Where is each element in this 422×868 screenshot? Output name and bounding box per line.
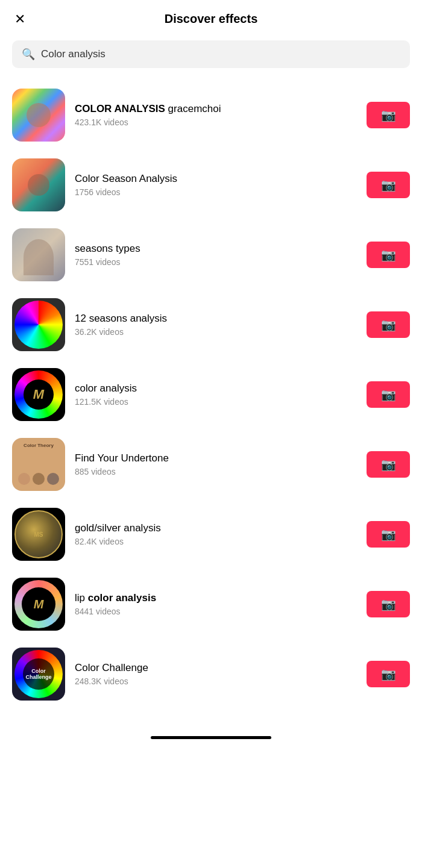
- thumb-logo: ColorChallenge: [23, 658, 54, 690]
- undertone-circle-warm: [18, 473, 30, 485]
- effect-name-8: lip color analysis: [75, 592, 357, 604]
- try-button-6[interactable]: 📷: [367, 451, 410, 478]
- list-item: Color Season Analysis 1756 videos 📷: [12, 150, 410, 220]
- effect-name-regular: Color Season Analysis: [75, 173, 177, 184]
- list-item: M color analysis 121.5K videos 📷: [12, 360, 410, 429]
- effect-info-4: 12 seasons analysis 36.2K videos: [75, 313, 357, 337]
- effect-name-5: color analysis: [75, 382, 357, 395]
- thumb-ring: M: [14, 580, 63, 628]
- effect-info-9: Color Challenge 248.3K videos: [75, 662, 357, 686]
- effect-info-6: Find Your Undertone 885 videos: [75, 452, 357, 476]
- search-input[interactable]: Color analysis: [41, 48, 106, 60]
- effects-list: COLOR ANALYSIS gracemchoi 423.1K videos …: [0, 80, 422, 709]
- effect-name-regular: seasons types: [75, 243, 140, 254]
- effect-name-bold: color analysis: [88, 592, 156, 604]
- try-button-5[interactable]: 📷: [367, 381, 410, 408]
- effect-name-prefix: lip: [75, 592, 88, 604]
- effect-videos-9: 248.3K videos: [75, 676, 357, 686]
- effect-name-regular: gracemchoi: [168, 103, 221, 114]
- effect-name-4: 12 seasons analysis: [75, 313, 357, 325]
- camera-icon: 📷: [381, 178, 396, 192]
- undertone-circle-cool: [47, 473, 59, 485]
- camera-icon: 📷: [381, 597, 396, 611]
- effect-videos-8: 8441 videos: [75, 607, 357, 616]
- effect-videos-5: 121.5K videos: [75, 397, 357, 407]
- thumb-ring: M: [14, 370, 63, 419]
- camera-icon: 📷: [381, 248, 396, 262]
- effect-info-2: Color Season Analysis 1756 videos: [75, 173, 357, 197]
- list-item: ColorChallenge Color Challenge 248.3K vi…: [12, 639, 410, 709]
- effect-info-1: COLOR ANALYSIS gracemchoi 423.1K videos: [75, 103, 357, 127]
- effect-name-2: Color Season Analysis: [75, 173, 357, 185]
- effect-thumbnail-3: [12, 228, 65, 281]
- effect-thumbnail-9: ColorChallenge: [12, 648, 65, 701]
- effect-thumbnail-6: [12, 438, 65, 491]
- effect-name-bold: COLOR ANALYSIS: [75, 103, 165, 114]
- effect-name-regular: 12 seasons analysis: [75, 313, 167, 324]
- home-indicator: [151, 736, 271, 739]
- effect-name-regular: Color Challenge: [75, 662, 148, 673]
- try-button-2[interactable]: 📷: [367, 172, 410, 198]
- try-button-9[interactable]: 📷: [367, 661, 410, 687]
- try-button-3[interactable]: 📷: [367, 242, 410, 268]
- camera-icon: 📷: [381, 387, 396, 402]
- camera-icon: 📷: [381, 317, 396, 332]
- thumb-logo: M: [22, 587, 55, 621]
- thumb-inner: MS: [14, 510, 63, 558]
- thumb-logo: M: [24, 379, 54, 410]
- effect-info-3: seasons types 7551 videos: [75, 243, 357, 267]
- close-icon: ✕: [14, 11, 25, 27]
- effect-videos-3: 7551 videos: [75, 257, 357, 267]
- list-item: seasons types 7551 videos 📷: [12, 220, 410, 290]
- effect-name-3: seasons types: [75, 243, 357, 255]
- bottom-area: [0, 709, 422, 745]
- effect-videos-6: 885 videos: [75, 467, 357, 476]
- list-item: COLOR ANALYSIS gracemchoi 423.1K videos …: [12, 80, 410, 150]
- effect-thumbnail-8: M: [12, 578, 65, 631]
- camera-icon: 📷: [381, 667, 396, 681]
- list-item: Find Your Undertone 885 videos 📷: [12, 429, 410, 499]
- effect-videos-1: 423.1K videos: [75, 117, 357, 127]
- camera-icon: 📷: [381, 108, 396, 122]
- close-button[interactable]: ✕: [14, 13, 25, 26]
- effect-thumbnail-1: [12, 89, 65, 142]
- try-button-4[interactable]: 📷: [367, 311, 410, 338]
- effect-info-7: gold/silver analysis 82.4K videos: [75, 522, 357, 546]
- try-button-1[interactable]: 📷: [367, 102, 410, 128]
- effect-info-8: lip color analysis 8441 videos: [75, 592, 357, 616]
- effect-thumbnail-4: [12, 298, 65, 351]
- effect-videos-4: 36.2K videos: [75, 327, 357, 337]
- effect-name-6: Find Your Undertone: [75, 452, 357, 464]
- search-icon: 🔍: [22, 48, 35, 61]
- effect-videos-7: 82.4K videos: [75, 537, 357, 546]
- effect-thumbnail-2: [12, 158, 65, 211]
- undertone-circles: [18, 473, 59, 485]
- try-button-8[interactable]: 📷: [367, 591, 410, 617]
- effect-info-5: color analysis 121.5K videos: [75, 382, 357, 407]
- effect-name-regular: Find Your Undertone: [75, 452, 169, 464]
- list-item: 12 seasons analysis 36.2K videos 📷: [12, 290, 410, 360]
- effect-thumbnail-5: M: [12, 368, 65, 421]
- effect-videos-2: 1756 videos: [75, 187, 357, 197]
- effect-name-9: Color Challenge: [75, 662, 357, 674]
- effect-name-7: gold/silver analysis: [75, 522, 357, 534]
- try-button-7[interactable]: 📷: [367, 521, 410, 548]
- thumb-text: MS: [34, 531, 43, 538]
- camera-icon: 📷: [381, 457, 396, 472]
- effect-name-1: COLOR ANALYSIS gracemchoi: [75, 103, 357, 115]
- header: ✕ Discover effects: [0, 0, 422, 36]
- list-item: MS gold/silver analysis 82.4K videos 📷: [12, 499, 410, 569]
- thumb-ring: ColorChallenge: [14, 650, 63, 698]
- page-title: Discover effects: [165, 12, 258, 26]
- effect-thumbnail-7: MS: [12, 508, 65, 561]
- camera-icon: 📷: [381, 527, 396, 542]
- color-wheel: [14, 301, 63, 349]
- effect-name-regular: color analysis: [75, 382, 137, 394]
- effect-name-regular: gold/silver analysis: [75, 522, 161, 534]
- list-item: M lip color analysis 8441 videos 📷: [12, 569, 410, 639]
- search-bar[interactable]: 🔍 Color analysis: [12, 40, 410, 68]
- undertone-circle-neutral: [33, 473, 45, 485]
